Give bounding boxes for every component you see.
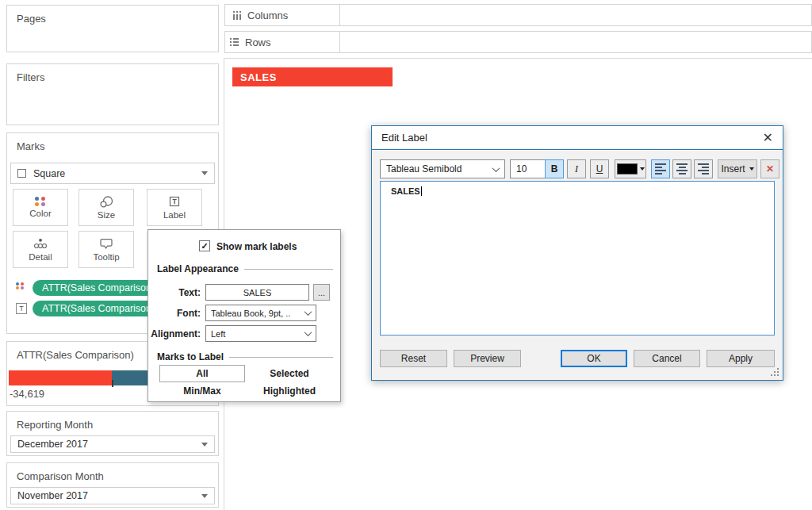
align-right-button[interactable]: [694, 159, 713, 178]
ok-button[interactable]: OK: [561, 350, 627, 367]
font-name-value: Tableau Semibold: [386, 163, 462, 174]
marks-option-minmax[interactable]: Min/Max: [159, 382, 245, 400]
label-text-value: SALES: [243, 288, 271, 297]
mark-type-value: Square: [33, 168, 65, 179]
tooltip-button[interactable]: Tooltip: [79, 231, 134, 268]
align-right-icon: [698, 163, 709, 174]
underline-glyph: U: [596, 163, 603, 174]
insert-dropdown-button[interactable]: Insert: [718, 159, 757, 178]
detail-button-label: Detail: [29, 252, 52, 262]
cancel-button[interactable]: Cancel: [634, 350, 700, 367]
size-button[interactable]: Size: [79, 189, 134, 226]
option-highlighted-label: Highlighted: [263, 385, 316, 397]
pill-text-icon: [16, 303, 27, 314]
label-content-textarea[interactable]: SALES: [380, 181, 775, 336]
align-left-icon: [655, 163, 666, 174]
tooltip-button-label: Tooltip: [93, 252, 119, 262]
option-selected-label: Selected: [270, 368, 308, 379]
columns-shelf-droparea[interactable]: [339, 4, 812, 26]
more-button-glyph: ...: [318, 290, 325, 295]
delete-button[interactable]: ✕: [760, 159, 779, 178]
delete-x-icon: ✕: [766, 163, 774, 174]
chevron-down-icon: [201, 171, 208, 175]
legend-tick: [112, 380, 113, 387]
pill-color-icon: [16, 282, 25, 290]
dropdown-arrow-icon: [640, 167, 645, 171]
svg-text:T: T: [172, 197, 177, 205]
marks-to-label-header: Marks to Label: [157, 351, 224, 362]
label-font-value: Tableau Book, 9pt, ..: [211, 309, 290, 318]
marks-title: Marks: [17, 140, 44, 152]
reporting-month-dropdown[interactable]: December 2017: [10, 435, 215, 453]
marks-option-all[interactable]: All: [159, 365, 245, 382]
label-appearance-section: Label Appearance: [157, 263, 333, 274]
rows-label: Rows: [245, 36, 271, 48]
comparison-month-dropdown[interactable]: November 2017: [10, 487, 215, 504]
font-color-button[interactable]: [615, 159, 646, 178]
edit-label-dialog: Edit Label ✕ Tableau Semibold 10 B I U: [371, 125, 783, 381]
color-button[interactable]: Color: [13, 189, 68, 226]
legend-negative-segment: [9, 370, 112, 385]
show-mark-labels-checkbox[interactable]: ✓: [199, 240, 210, 251]
align-center-button[interactable]: [672, 159, 691, 178]
reset-button[interactable]: Reset: [380, 350, 447, 367]
rows-shelf-droparea[interactable]: [339, 31, 812, 53]
color-button-label: Color: [29, 209, 51, 218]
preview-button[interactable]: Preview: [454, 350, 521, 367]
columns-label: Columns: [247, 10, 288, 21]
label-alignment-dropdown[interactable]: Left: [205, 325, 316, 342]
chevron-down-icon: [304, 308, 312, 316]
label-pill-label: ATTR(Sales Comparison): [42, 303, 155, 314]
legend-title: ATTR(Sales Comparison): [17, 349, 134, 361]
chevron-down-icon: [201, 443, 208, 447]
preview-label: Preview: [470, 353, 504, 364]
label-font-dropdown[interactable]: Tableau Book, 9pt, ..: [205, 305, 316, 321]
text-cursor: [421, 186, 422, 196]
font-name-dropdown[interactable]: Tableau Semibold: [380, 159, 505, 178]
align-center-icon: [676, 163, 688, 174]
apply-button[interactable]: Apply: [707, 350, 775, 367]
underline-button[interactable]: U: [590, 159, 609, 178]
label-text-input[interactable]: SALES: [205, 284, 309, 301]
label-appearance-header: Label Appearance: [157, 263, 239, 274]
filters-title: Filters: [17, 71, 44, 83]
bold-glyph: B: [551, 163, 558, 174]
rows-icon: [233, 38, 239, 46]
color-swatch: [617, 163, 638, 174]
mark-type-dropdown[interactable]: Square: [10, 163, 215, 184]
size-button-label: Size: [98, 210, 115, 220]
marks-option-highlighted[interactable]: Highlighted: [248, 382, 331, 400]
pages-title: Pages: [17, 13, 46, 25]
italic-button[interactable]: I: [567, 159, 586, 178]
text-more-button[interactable]: ...: [313, 284, 330, 301]
sales-mark-label[interactable]: SALES: [232, 67, 393, 86]
detail-button[interactable]: Detail: [13, 231, 68, 268]
marks-option-selected[interactable]: Selected: [248, 365, 331, 382]
font-size-value: 10: [516, 163, 527, 174]
label-icon: T: [168, 195, 181, 208]
resize-grip[interactable]: [770, 367, 779, 377]
align-left-button[interactable]: [651, 159, 670, 178]
tableau-workspace: Pages Filters Marks Square Color Size T …: [0, 0, 812, 510]
legend-min-value: -34,619: [10, 388, 44, 400]
bold-button[interactable]: B: [545, 159, 564, 178]
marks-to-label-section: Marks to Label: [157, 351, 333, 362]
divider: [229, 357, 333, 358]
detail-icon: [33, 237, 48, 250]
close-icon[interactable]: ✕: [763, 130, 773, 145]
label-button[interactable]: T Label: [147, 189, 202, 226]
columns-shelf-label: Columns: [224, 4, 340, 26]
option-all-label: All: [196, 368, 208, 379]
pages-shelf[interactable]: Pages: [6, 5, 219, 52]
insert-label: Insert: [721, 163, 745, 174]
comparison-month-value: November 2017: [17, 490, 88, 501]
size-icon: [99, 195, 113, 208]
alignment-field-label: Alignment:: [148, 328, 201, 339]
dialog-titlebar[interactable]: Edit Label ✕: [372, 126, 783, 150]
filters-shelf[interactable]: Filters: [6, 63, 219, 125]
ok-label: OK: [587, 353, 600, 364]
comparison-month-title: Comparison Month: [17, 470, 104, 482]
mark-labels-popup: ✓ Show mark labels Label Appearance Text…: [147, 229, 341, 402]
dialog-title: Edit Label: [381, 132, 427, 144]
italic-glyph: I: [575, 163, 578, 175]
